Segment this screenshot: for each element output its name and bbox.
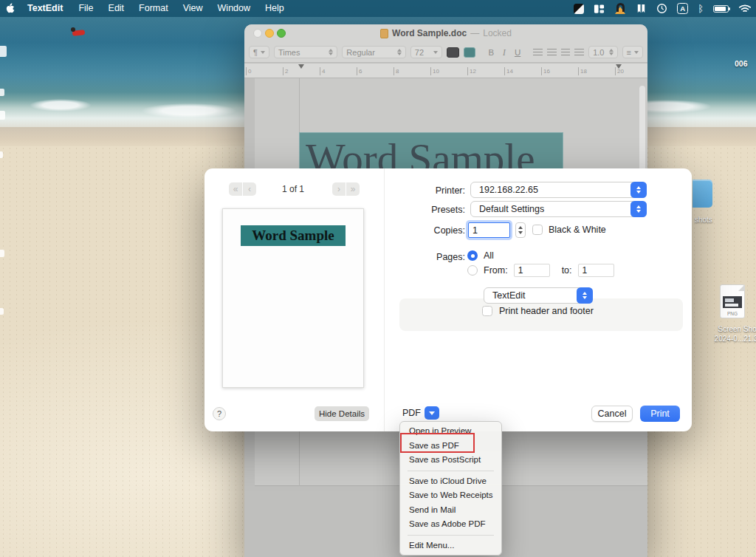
bold-button[interactable]: B bbox=[486, 48, 496, 57]
menu-item-view[interactable]: View bbox=[176, 0, 210, 17]
battery-icon[interactable] bbox=[713, 5, 729, 13]
window-title: Word Sample.doc bbox=[392, 28, 467, 38]
copies-input[interactable]: 1 bbox=[468, 222, 510, 238]
menu-item-edit-menu[interactable]: Edit Menu... bbox=[400, 539, 501, 553]
ruler: 0 2 4 6 8 10 12 14 16 18 20 bbox=[244, 64, 647, 78]
pages-label: Pages: bbox=[384, 252, 465, 262]
swimmer-head bbox=[71, 27, 75, 32]
from-label: From: bbox=[484, 265, 508, 276]
png-badge: PNG bbox=[721, 311, 744, 316]
hide-details-button[interactable]: Hide Details bbox=[315, 406, 369, 421]
font-style-dropdown[interactable]: Regular bbox=[342, 46, 405, 58]
apple-menu[interactable] bbox=[0, 3, 19, 14]
menu-item-save-as-adobe-pdf[interactable]: Save as Adobe PDF bbox=[400, 517, 501, 532]
menu-item-save-to-web-receipts[interactable]: Save to Web Receipts bbox=[400, 488, 501, 503]
window-title-bar[interactable]: Word Sample.doc — Locked bbox=[244, 24, 647, 42]
text-color-swatch[interactable] bbox=[447, 47, 459, 58]
next-page-button[interactable]: › bbox=[332, 182, 346, 196]
right-margin-marker[interactable] bbox=[616, 64, 622, 69]
black-white-checkbox[interactable] bbox=[532, 225, 543, 235]
menu-item-save-to-icloud[interactable]: Save to iCloud Drive bbox=[400, 474, 501, 489]
ruler-number: 14 bbox=[504, 67, 513, 75]
menu-separator bbox=[408, 471, 494, 471]
list-style-button[interactable]: ≡ bbox=[622, 46, 643, 58]
underline-button[interactable]: U bbox=[512, 48, 523, 57]
menu-separator bbox=[408, 535, 494, 536]
align-justify-icon[interactable] bbox=[574, 49, 584, 56]
minimize-button[interactable] bbox=[265, 29, 274, 38]
last-page-button[interactable]: » bbox=[346, 182, 360, 196]
font-size-dropdown[interactable]: 72 bbox=[410, 46, 442, 58]
pages-range-radio[interactable] bbox=[467, 265, 478, 276]
print-dialog: « ‹ 1 of 1 › » Word Sample ? Hide Detail… bbox=[205, 168, 692, 431]
header-footer-checkbox[interactable] bbox=[482, 306, 492, 316]
screenshots-folder-icon[interactable] bbox=[693, 180, 712, 208]
highlight-color-swatch[interactable] bbox=[464, 47, 476, 58]
pdf-menu-button[interactable] bbox=[425, 406, 439, 420]
clock-icon[interactable] bbox=[656, 3, 667, 14]
copies-stepper[interactable] bbox=[515, 222, 526, 238]
header-footer-label: Print header and footer bbox=[499, 306, 594, 316]
ruler-number: 12 bbox=[467, 67, 476, 75]
paragraph-style-button[interactable]: ¶ bbox=[249, 46, 269, 58]
italic-button[interactable]: I bbox=[501, 48, 508, 57]
screenshot-file-label-line1[interactable]: Screen Shot bbox=[709, 325, 756, 333]
screenshots-folder-label[interactable]: shots bbox=[695, 216, 712, 224]
wifi-icon[interactable] bbox=[738, 4, 752, 13]
display-toggle-icon[interactable] bbox=[574, 4, 584, 14]
presets-popup[interactable]: Default Settings bbox=[470, 201, 647, 217]
pinwheel-flag-icon[interactable] bbox=[636, 3, 647, 14]
cancel-button[interactable]: Cancel bbox=[591, 406, 633, 422]
first-page-button[interactable]: « bbox=[229, 182, 242, 196]
screenshot-file-icon[interactable]: PNG bbox=[720, 284, 745, 318]
printer-label: Printer: bbox=[384, 185, 465, 196]
preview-text: Word Sample bbox=[252, 228, 334, 244]
bluetooth-icon[interactable]: ᛒ bbox=[698, 3, 704, 14]
font-size-value: 72 bbox=[415, 48, 424, 57]
menu-item-edit[interactable]: Edit bbox=[101, 0, 132, 17]
from-input[interactable]: 1 bbox=[514, 264, 550, 277]
preview-highlighted-text: Word Sample bbox=[241, 225, 346, 246]
ruler-number: 2 bbox=[283, 67, 288, 75]
pages-all-radio[interactable] bbox=[467, 250, 478, 261]
app-logo-icon[interactable] bbox=[614, 3, 626, 14]
ruler-number: 18 bbox=[578, 67, 587, 75]
edge-fragment bbox=[0, 308, 4, 315]
to-input[interactable]: 1 bbox=[578, 264, 614, 277]
page-nav-forward-group: › » bbox=[332, 182, 360, 196]
left-margin-marker[interactable] bbox=[298, 64, 304, 69]
vertical-scrollbar[interactable] bbox=[639, 86, 645, 174]
black-white-label: Black & White bbox=[549, 225, 606, 235]
list-icon: ≡ bbox=[627, 48, 631, 57]
font-family-dropdown[interactable]: Times bbox=[274, 46, 337, 58]
input-source-icon[interactable]: A bbox=[677, 3, 688, 14]
menu-item-help[interactable]: Help bbox=[258, 0, 292, 17]
app-options-popup[interactable]: TextEdit bbox=[484, 287, 593, 304]
menu-item-format[interactable]: Format bbox=[131, 0, 176, 17]
align-left-icon[interactable] bbox=[533, 49, 543, 56]
zoom-button[interactable] bbox=[277, 29, 286, 38]
align-right-icon[interactable] bbox=[561, 49, 571, 56]
menu-bar: TextEdit File Edit Format View Window He… bbox=[0, 0, 756, 17]
menu-item-textedit[interactable]: TextEdit bbox=[19, 0, 71, 17]
previous-page-button[interactable]: ‹ bbox=[243, 182, 256, 196]
locked-status: Locked bbox=[483, 28, 512, 38]
close-button[interactable] bbox=[253, 29, 262, 38]
printer-popup[interactable]: 192.168.22.65 bbox=[470, 182, 647, 198]
line-spacing-stepper[interactable]: 1.0 bbox=[588, 46, 617, 58]
screenshot-file-label-line2[interactable]: 2024-0...21.38 bbox=[705, 335, 756, 343]
copies-value: 1 bbox=[472, 225, 478, 236]
menu-item-send-in-mail[interactable]: Send in Mail bbox=[400, 503, 501, 518]
ruler-number: 16 bbox=[541, 67, 550, 75]
window-tiles-icon[interactable] bbox=[594, 4, 605, 14]
print-button[interactable]: Print bbox=[640, 406, 680, 422]
help-button[interactable]: ? bbox=[213, 407, 226, 420]
ruler-number: 0 bbox=[246, 67, 251, 75]
align-center-icon[interactable] bbox=[547, 49, 557, 56]
menu-item-file[interactable]: File bbox=[71, 0, 100, 17]
menu-item-window[interactable]: Window bbox=[210, 0, 258, 17]
format-toolbar: ¶ Times Regular 72 B I U bbox=[244, 42, 647, 63]
ruler-number: 4 bbox=[320, 67, 325, 75]
menu-item-save-as-postscript[interactable]: Save as PostScript bbox=[400, 453, 501, 468]
apple-icon bbox=[5, 3, 15, 14]
